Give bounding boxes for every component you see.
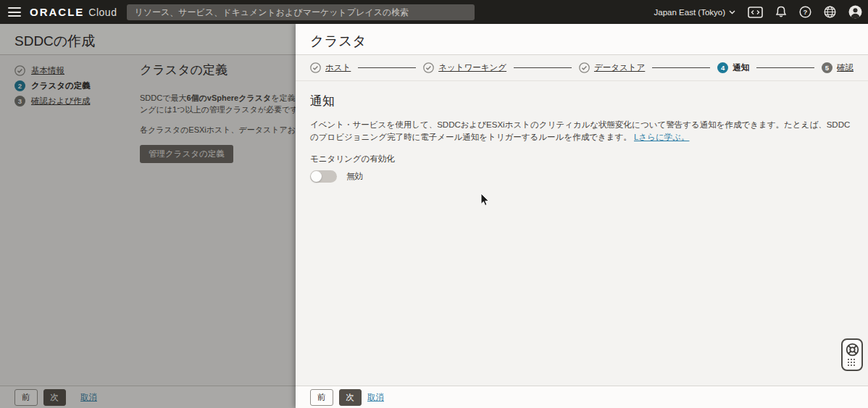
next-button[interactable]: 次 xyxy=(339,389,362,406)
stepper-step-label: ネットワーキング xyxy=(438,62,506,73)
help-icon[interactable]: ? xyxy=(799,6,811,18)
stepper-step-label: 通知 xyxy=(733,62,749,73)
previous-button[interactable]: 前 xyxy=(310,389,333,406)
language-globe-icon[interactable] xyxy=(824,6,836,18)
modal-backdrop xyxy=(0,24,296,408)
life-ring-icon xyxy=(846,343,859,357)
monitoring-toggle-label: モニタリングの有効化 xyxy=(310,154,855,165)
cluster-panel-footer: 前 次 取消 xyxy=(296,386,868,408)
notifications-heading: 通知 xyxy=(310,93,855,109)
cluster-stepper: ホスト ネットワーキング データストア 4 通知 5 確認 xyxy=(296,55,868,81)
learn-more-link[interactable]: Lさらに学ぶ。 xyxy=(634,133,689,141)
create-sddc-wizard: SDDCの作成 基本情報 2 クラスタの定義 3 確認および作成 クラスタの定義… xyxy=(0,24,296,408)
support-launcher[interactable] xyxy=(841,338,863,371)
stepper-step-label: 確認 xyxy=(837,62,854,73)
stepper-step-networking[interactable]: ネットワーキング xyxy=(423,62,506,73)
toggle-knob xyxy=(311,171,322,182)
cluster-panel-header: クラスタ xyxy=(296,24,868,55)
topbar-actions: Japan East (Tokyo) ? xyxy=(654,0,862,24)
notifications-section: 通知 イベント・サービスを使用して、SDDCおよびESXiホストのクリティカルな… xyxy=(310,93,855,183)
stepper-connector xyxy=(358,67,416,68)
region-label: Japan East (Tokyo) xyxy=(654,8,725,17)
toggle-state-text: 無効 xyxy=(346,171,363,182)
oracle-cloud-console: ORACLE Cloud Japan East (Tokyo) ? xyxy=(0,0,868,408)
stepper-step-review[interactable]: 5 確認 xyxy=(822,62,854,73)
cluster-panel: クラスタ ホスト ネットワーキング データストア 4 通知 xyxy=(296,24,868,408)
cancel-link[interactable]: 取消 xyxy=(367,392,384,403)
stepper-connector xyxy=(652,67,710,68)
check-circle-icon xyxy=(423,62,434,73)
step-number-badge: 5 xyxy=(822,62,832,73)
stepper-step-hosts[interactable]: ホスト xyxy=(310,62,351,73)
apps-grid-icon xyxy=(848,359,856,367)
step-number-badge: 4 xyxy=(717,62,728,73)
stepper-connector xyxy=(756,67,814,68)
monitoring-toggle-row: 無効 xyxy=(310,170,855,183)
stepper-step-datastores[interactable]: データストア xyxy=(579,62,645,73)
logo-oracle-text: ORACLE xyxy=(30,6,84,18)
svg-text:?: ? xyxy=(804,8,808,16)
user-avatar[interactable] xyxy=(848,5,862,19)
stepper-step-label: ホスト xyxy=(325,62,351,73)
check-circle-icon xyxy=(310,62,321,73)
oracle-cloud-logo[interactable]: ORACLE Cloud xyxy=(30,6,117,18)
notifications-description: イベント・サービスを使用して、SDDCおよびESXiホストのクリティカルな状態変… xyxy=(310,119,855,143)
monitoring-toggle[interactable] xyxy=(310,170,337,183)
menu-icon[interactable] xyxy=(8,7,21,17)
stepper-step-label: データストア xyxy=(594,62,645,73)
region-selector[interactable]: Japan East (Tokyo) xyxy=(654,8,735,17)
cluster-panel-title: クラスタ xyxy=(310,32,367,51)
topbar: ORACLE Cloud Japan East (Tokyo) ? xyxy=(0,0,868,24)
notifications-bell-icon[interactable] xyxy=(775,6,787,18)
chevron-down-icon xyxy=(729,10,735,14)
developer-tools-icon[interactable] xyxy=(748,7,763,18)
search-input[interactable] xyxy=(127,4,475,20)
check-circle-icon xyxy=(579,62,590,73)
stepper-step-notifications: 4 通知 xyxy=(717,62,749,73)
stepper-connector xyxy=(514,67,572,68)
logo-cloud-text: Cloud xyxy=(88,7,117,18)
